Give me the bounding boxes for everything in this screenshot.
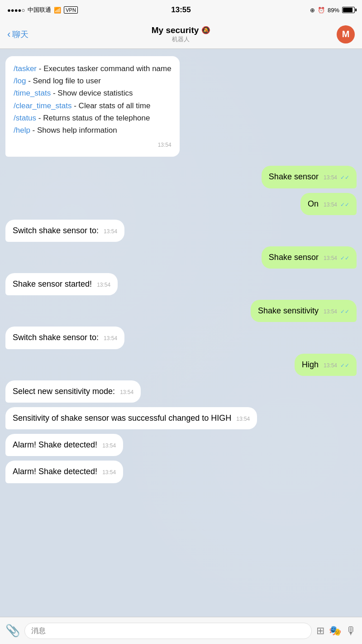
cmd-desc: - Show device statistics: [53, 89, 133, 97]
cmd-desc: - Returns status of the telephone: [38, 114, 150, 122]
message-text: Shake sensor: [269, 172, 319, 181]
message-text: High: [302, 360, 319, 369]
message-row: On 13:54 ✓✓: [5, 193, 357, 215]
bubble-outgoing: Shake sensitivity 13:54 ✓✓: [251, 300, 357, 322]
nav-subtitle: 机器人: [152, 35, 211, 43]
command-bubble: /tasker - Executes tasker command with n…: [5, 56, 180, 157]
bubble-incoming: Sensitivity of shake sensor was successf…: [5, 407, 257, 429]
bubble-incoming: Shake sensor started! 13:54: [5, 273, 118, 295]
cmd-link: /tasker: [14, 64, 37, 73]
cmd-line-1: /tasker - Executes tasker command with n…: [14, 62, 171, 75]
chat-title: My security: [152, 25, 199, 35]
message-row: Shake sensor 13:54 ✓✓: [5, 246, 357, 269]
emoji-button[interactable]: ⊞: [316, 625, 324, 637]
bubble-time: 13:54: [120, 389, 133, 395]
message-row: Switch shake sensor to: 13:54: [5, 220, 357, 242]
bubble-incoming: Select new sensitivity mode: 13:54: [5, 380, 141, 403]
bubble-time: 13:54: [104, 335, 117, 341]
back-label: 聊天: [12, 29, 29, 40]
sticker-button[interactable]: 🎭: [329, 625, 341, 637]
message-row: High 13:54 ✓✓: [5, 354, 357, 376]
bubble-time: 13:54: [158, 142, 171, 148]
wifi-icon: 📶: [54, 7, 61, 14]
vpn-badge: VPN: [64, 6, 78, 14]
battery-icon: [342, 7, 355, 13]
message-text: Alarm! Shake detected!: [13, 467, 97, 476]
bubble-time: 13:54: [324, 174, 337, 181]
message-row: Alarm! Shake detected! 13:54: [5, 461, 357, 483]
message-text: Sensitivity of shake sensor was successf…: [13, 413, 231, 423]
message-input[interactable]: [24, 623, 312, 639]
cmd-line-5: /status - Returns status of the telephon…: [14, 112, 171, 124]
status-bar-right: ⊕ ⏰ 89%: [310, 7, 355, 14]
bubble-outgoing: On 13:54 ✓✓: [300, 193, 357, 215]
nav-right[interactable]: M: [337, 25, 355, 43]
checkmarks-icon: ✓✓: [340, 174, 349, 181]
cmd-link: /status: [14, 114, 36, 122]
message-row: Shake sensor started! 13:54: [5, 273, 357, 295]
nav-bar: ‹ 聊天 My security 🔕 机器人 M: [0, 20, 362, 49]
cmd-link: /clear_time_stats: [14, 101, 72, 110]
bubble-outgoing: Shake sensor 13:54 ✓✓: [262, 166, 357, 188]
bubble-outgoing: High 13:54 ✓✓: [295, 354, 357, 376]
avatar[interactable]: M: [337, 25, 355, 43]
message-text: Switch shake sensor to:: [13, 226, 99, 235]
status-bar-left: ●●●●○ 中国联通 📶 VPN: [7, 6, 78, 14]
message-text: Shake sensor started!: [13, 279, 92, 288]
message-row: Switch shake sensor to: 13:54: [5, 327, 357, 349]
checkmarks-icon: ✓✓: [340, 202, 349, 208]
bottom-bar: 📎 ⊞ 🎭 🎙: [0, 617, 362, 644]
cmd-link: /help: [14, 126, 30, 135]
message-row: Shake sensitivity 13:54 ✓✓: [5, 300, 357, 322]
checkmarks-icon: ✓✓: [340, 362, 349, 369]
bubble-incoming: Switch shake sensor to: 13:54: [5, 327, 124, 349]
checkmarks-icon: ✓✓: [340, 255, 349, 261]
message-row: Sensitivity of shake sensor was successf…: [5, 407, 357, 429]
cmd-line-2: /log - Send log file to user: [14, 75, 171, 87]
bubble-time: 13:54: [102, 442, 116, 449]
message-text: On: [308, 199, 319, 208]
bubble-incoming: Alarm! Shake detected! 13:54: [5, 461, 123, 483]
bubble-incoming: Switch shake sensor to: 13:54: [5, 220, 124, 242]
cmd-link: /log: [14, 77, 26, 85]
message-text: Select new sensitivity mode:: [13, 387, 115, 396]
message-row: Alarm! Shake detected! 13:54: [5, 434, 357, 456]
message-row: Select new sensitivity mode: 13:54: [5, 380, 357, 403]
cmd-line-3: /time_stats - Show device statistics: [14, 87, 171, 99]
bubble-incoming: Alarm! Shake detected! 13:54: [5, 434, 123, 456]
bubble-outgoing: Shake sensor 13:54 ✓✓: [262, 246, 357, 269]
message-text: Shake sensor: [269, 253, 319, 262]
checkmarks-icon: ✓✓: [340, 308, 349, 315]
cmd-line-4: /clear_time_stats - Clear stats of all t…: [14, 100, 171, 112]
alarm-icon: ⏰: [318, 7, 325, 14]
cmd-desc: - Send log file to user: [28, 77, 101, 85]
back-button[interactable]: ‹ 聊天: [7, 29, 29, 40]
bubble-time: 13:54: [104, 228, 117, 235]
cmd-line-6: /help - Shows help information: [14, 124, 171, 136]
bubble-time: 13:54: [324, 202, 337, 208]
signal-dots: ●●●●○: [7, 7, 25, 14]
cmd-desc: - Shows help information: [33, 126, 117, 135]
status-bar: ●●●●○ 中国联通 📶 VPN 13:55 ⊕ ⏰ 89%: [0, 0, 362, 20]
bubble-time: 13:54: [324, 362, 337, 369]
nav-title: My security 🔕: [152, 25, 211, 35]
message-row: Shake sensor 13:54 ✓✓: [5, 166, 357, 188]
bubble-time: 13:54: [102, 469, 116, 476]
mute-icon: 🔕: [201, 26, 210, 34]
message-text: Alarm! Shake detected!: [13, 440, 97, 449]
back-chevron-icon: ‹: [7, 29, 10, 40]
message-text: Switch shake sensor to:: [13, 333, 99, 342]
nav-center: My security 🔕 机器人: [152, 25, 211, 43]
attach-button[interactable]: 📎: [5, 624, 20, 638]
carrier-label: 中国联通: [28, 6, 51, 14]
chat-area: /tasker - Executes tasker command with n…: [0, 49, 362, 617]
bubble-time: 13:54: [97, 282, 110, 288]
mic-button[interactable]: 🎙: [346, 625, 357, 637]
cmd-desc: - Clear stats of all time: [74, 101, 150, 110]
satellite-icon: ⊕: [310, 7, 315, 14]
cmd-link: /time_stats: [14, 89, 51, 97]
message-row: /tasker - Executes tasker command with n…: [5, 56, 357, 161]
message-text: Shake sensitivity: [258, 306, 319, 315]
bubble-time: 13:54: [324, 308, 337, 315]
bubble-time: 13:54: [236, 416, 250, 422]
